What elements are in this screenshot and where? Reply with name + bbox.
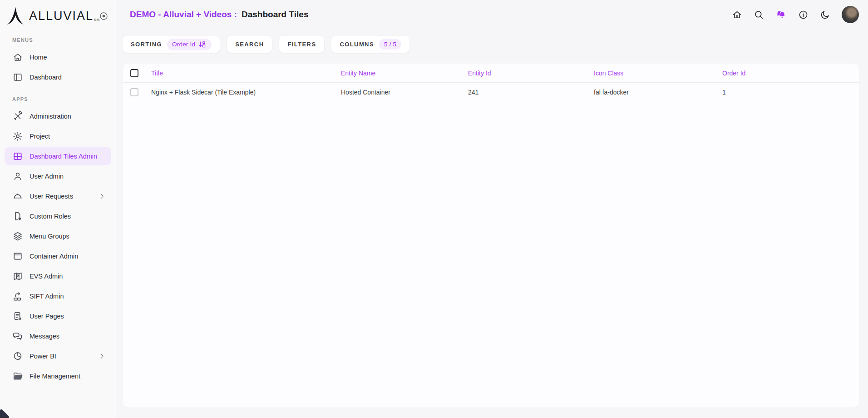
sidebar-item-power-bi[interactable]: Power BI [5, 347, 111, 365]
brand-name: ALLUVIALSM [29, 9, 99, 23]
sidebar-item-label: User Requests [30, 193, 73, 200]
column-header-title[interactable]: Title [151, 70, 341, 77]
sorting-label: SORTING [131, 41, 162, 48]
search-label: SEARCH [235, 41, 264, 48]
cell-icon-class: fal fa-docker [594, 89, 722, 96]
search-icon[interactable] [754, 10, 764, 20]
alluvial-logo-icon [6, 6, 25, 25]
record-toggle-icon[interactable] [99, 11, 108, 21]
user-icon [12, 171, 23, 182]
sidebar-item-sift-admin[interactable]: SIFT Admin [5, 287, 111, 305]
document-info-icon [12, 311, 23, 322]
section-label-menus: MENUS [0, 37, 116, 43]
sidebar-item-container-admin[interactable]: Container Admin [5, 247, 111, 265]
sidebar-item-label: Custom Roles [30, 213, 71, 220]
sidebar-item-project[interactable]: Project [5, 127, 111, 145]
chevron-right-icon [99, 193, 106, 200]
column-header-icon-class[interactable]: Icon Class [594, 70, 722, 77]
cell-entity-name: Hosted Container [341, 89, 468, 96]
home-button[interactable] [732, 10, 742, 20]
sort-descending-icon [198, 40, 207, 49]
map-pin-icon [12, 271, 23, 282]
cloche-icon [12, 191, 23, 202]
dark-mode-moon-icon[interactable] [820, 10, 830, 20]
column-header-entity-id[interactable]: Entity Id [468, 70, 594, 77]
chevron-right-icon [99, 353, 106, 360]
logo-row: ALLUVIALSM [0, 5, 116, 27]
table-card: Title Entity Name Entity Id Icon Class O… [123, 64, 859, 408]
cell-title: Nginx + Flask Sidecar (Tile Example) [151, 89, 341, 96]
file-shield-icon [12, 211, 23, 222]
page-title: Dashboard Tiles [242, 10, 308, 20]
table-header-row: Title Entity Name Entity Id Icon Class O… [123, 64, 859, 83]
filters-label: FILTERS [287, 41, 316, 48]
bottom-corner-shape [0, 409, 10, 418]
topbar: DEMO - Alluvial + Videos : Dashboard Til… [116, 0, 868, 29]
columns-button[interactable]: COLUMNS 5 / 5 [331, 36, 409, 53]
sidebar-item-label: Home [30, 54, 47, 61]
gear-icon [12, 131, 23, 142]
sidebar-item-file-management[interactable]: File Management [5, 367, 111, 385]
brand-text: ALLUVIAL [29, 9, 94, 23]
sidebar-item-home[interactable]: Home [5, 48, 111, 66]
search-button[interactable]: SEARCH [227, 36, 272, 53]
tools-icon [12, 111, 23, 122]
sidebar-item-dashboard-tiles-admin[interactable]: Dashboard Tiles Admin [5, 147, 111, 165]
notifications-bell-icon[interactable] [775, 9, 787, 20]
dashboard-icon [12, 72, 23, 83]
sidebar-item-menu-groups[interactable]: Menu Groups [5, 227, 111, 245]
sidebar-item-label: Dashboard [30, 74, 62, 81]
sidebar-item-label: Administration [30, 113, 71, 120]
home-icon [12, 52, 23, 63]
column-header-order-id[interactable]: Order Id [722, 70, 859, 77]
window-icon [12, 251, 23, 262]
sorting-value-badge: Order Id [167, 39, 212, 50]
sidebar-item-user-requests[interactable]: User Requests [5, 187, 111, 205]
table-row[interactable]: Nginx + Flask Sidecar (Tile Example) Hos… [123, 83, 859, 102]
toolbar: SORTING Order Id SEARCH FILTERS COLUMNS … [123, 36, 859, 53]
sidebar-item-label: Messages [30, 333, 59, 340]
pie-chart-icon [12, 351, 23, 362]
sidebar-item-label: Menu Groups [30, 233, 69, 240]
main-area: DEMO - Alluvial + Videos : Dashboard Til… [116, 0, 868, 418]
sidebar-item-label: File Management [30, 373, 80, 380]
avatar[interactable] [842, 6, 859, 23]
sidebar-item-label: User Admin [30, 173, 64, 180]
sidebar-item-messages[interactable]: Messages [5, 327, 111, 345]
sidebar-item-label: Dashboard Tiles Admin [30, 153, 97, 160]
sidebar: ALLUVIALSM MENUS Home Dashboard APPS Adm… [0, 0, 116, 418]
section-label-apps: APPS [0, 96, 116, 102]
sidebar-item-custom-roles[interactable]: Custom Roles [5, 207, 111, 225]
sidebar-item-label: User Pages [30, 313, 64, 320]
column-header-entity-name[interactable]: Entity Name [341, 70, 468, 77]
sidebar-item-label: Container Admin [30, 253, 78, 260]
sidebar-item-label: Power BI [30, 353, 56, 360]
select-all-checkbox[interactable] [130, 69, 138, 77]
sidebar-item-evs-admin[interactable]: EVS Admin [5, 267, 111, 285]
tiles-grid-icon [12, 151, 23, 162]
folder-icon [12, 371, 23, 382]
sorting-value: Order Id [172, 41, 195, 48]
cell-entity-id: 241 [468, 89, 594, 96]
sidebar-item-administration[interactable]: Administration [5, 107, 111, 125]
topbar-icons [732, 6, 859, 23]
filters-button[interactable]: FILTERS [279, 36, 324, 53]
chat-bubbles-icon [12, 331, 23, 342]
layers-icon [12, 231, 23, 242]
sidebar-item-user-admin[interactable]: User Admin [5, 167, 111, 185]
columns-label: COLUMNS [340, 41, 374, 48]
sorting-button[interactable]: SORTING Order Id [123, 36, 220, 53]
info-icon[interactable] [798, 10, 809, 20]
sidebar-item-label: Project [30, 133, 50, 140]
sidebar-item-label: EVS Admin [30, 273, 63, 280]
columns-count-badge: 5 / 5 [379, 39, 401, 50]
sidebar-item-dashboard[interactable]: Dashboard [5, 68, 111, 86]
brand-trademark: SM [94, 18, 99, 22]
blocks-arrow-icon [12, 291, 23, 302]
row-checkbox[interactable] [130, 88, 138, 96]
cell-order-id: 1 [722, 89, 859, 96]
breadcrumb-app: DEMO - Alluvial + Videos : [130, 10, 237, 20]
sidebar-item-user-pages[interactable]: User Pages [5, 307, 111, 325]
sidebar-item-label: SIFT Admin [30, 293, 64, 300]
